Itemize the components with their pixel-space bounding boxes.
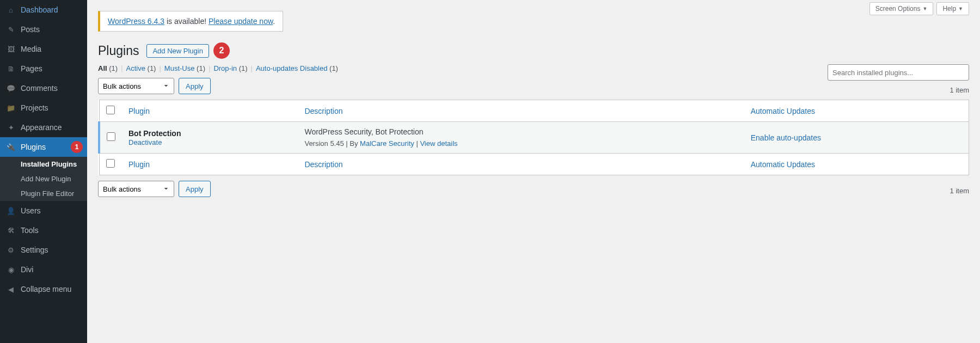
top-tabs: Screen Options▼ Help▼ <box>869 2 969 15</box>
view-details-link[interactable]: View details <box>420 139 457 148</box>
pages-icon: 🗎 <box>5 63 16 74</box>
sidebar-item-dashboard[interactable]: ⌂Dashboard <box>0 0 87 20</box>
plugins-table: Plugin Description Automatic Updates Bot… <box>98 100 969 175</box>
sidebar-item-appearance[interactable]: ✦Appearance <box>0 118 87 137</box>
sidebar-item-tools[interactable]: 🛠Tools <box>0 220 87 240</box>
sidebar-label: Pages <box>21 64 42 73</box>
settings-icon: ⚙ <box>5 244 16 255</box>
divi-icon: ◉ <box>5 264 16 275</box>
media-icon: 🖾 <box>5 44 16 54</box>
filter-must-use[interactable]: Must-Use <box>164 64 195 72</box>
col-plugin[interactable]: Plugin <box>122 100 298 122</box>
col-auto-updates-foot[interactable]: Automatic Updates <box>744 154 969 175</box>
appearance-icon: ✦ <box>5 122 16 133</box>
sidebar-label: Projects <box>21 103 48 112</box>
sidebar-label: Plugins <box>21 143 46 151</box>
filter-auto-updates-disabled[interactable]: Auto-updates Disabled <box>256 64 328 72</box>
sidebar-label: Posts <box>21 25 40 34</box>
collapse-icon: ◀ <box>5 284 16 295</box>
main-content: Screen Options▼ Help▼ WordPress 6.4.3 is… <box>87 0 980 343</box>
sidebar-item-settings[interactable]: ⚙Settings <box>0 240 87 260</box>
plugin-author-link[interactable]: MalCare Security <box>360 139 414 148</box>
sidebar-label: Dashboard <box>21 5 58 14</box>
col-auto-updates[interactable]: Automatic Updates <box>744 100 969 122</box>
tools-icon: 🛠 <box>5 225 16 236</box>
users-icon: 👤 <box>5 205 16 216</box>
update-notice: WordPress 6.4.3 is available! Please upd… <box>98 11 283 32</box>
sidebar-label: Settings <box>21 246 48 254</box>
posts-icon: ✎ <box>5 24 16 35</box>
plugins-submenu: Installed Plugins Add New Plugin Plugin … <box>0 157 87 201</box>
sidebar-label: Divi <box>21 265 33 274</box>
sidebar-label: Collapse menu <box>21 285 71 293</box>
enable-auto-updates-link[interactable]: Enable auto-updates <box>751 133 821 142</box>
col-description: Description <box>298 100 744 122</box>
sidebar-item-media[interactable]: 🖾Media <box>0 39 87 59</box>
filter-links: All (1)| Active (1)| Must-Use (1)| Drop-… <box>98 64 338 72</box>
update-now-link[interactable]: Please update now <box>209 17 273 26</box>
comments-icon: 💬 <box>5 83 16 94</box>
update-badge: 1 <box>71 141 83 153</box>
select-all-top[interactable] <box>106 106 115 114</box>
plugin-name: Bot Protection <box>128 129 291 138</box>
sidebar-item-posts[interactable]: ✎Posts <box>0 20 87 39</box>
caret-down-icon: ▼ <box>958 6 963 11</box>
select-all-bottom[interactable] <box>106 159 115 168</box>
search-plugins-input[interactable] <box>828 64 969 81</box>
select-plugin-checkbox[interactable] <box>107 132 115 141</box>
dashboard-icon: ⌂ <box>5 4 16 15</box>
add-new-plugin-button[interactable]: Add New Plugin <box>146 44 209 58</box>
apply-button-bottom[interactable]: Apply <box>179 181 211 197</box>
filter-active[interactable]: Active <box>126 64 145 72</box>
caret-down-icon: ▼ <box>922 6 927 11</box>
annotation-marker-2: 2 <box>213 42 230 59</box>
sidebar-item-comments[interactable]: 💬Comments <box>0 78 87 98</box>
screen-options-tab[interactable]: Screen Options▼ <box>869 2 934 15</box>
plugin-description: WordPress Security, Bot Protection <box>304 127 737 136</box>
sidebar-label: Media <box>21 45 41 53</box>
submenu-installed-plugins[interactable]: Installed Plugins <box>0 157 87 171</box>
help-tab[interactable]: Help▼ <box>936 2 969 15</box>
sidebar-item-collapse[interactable]: ◀Collapse menu <box>0 279 87 299</box>
sidebar-item-pages[interactable]: 🗎Pages <box>0 59 87 78</box>
sidebar-item-users[interactable]: 👤Users <box>0 201 87 220</box>
sidebar-item-projects[interactable]: 📁Projects <box>0 98 87 118</box>
admin-sidebar: ⌂Dashboard ✎Posts 🖾Media 🗎Pages 💬Comment… <box>0 0 87 343</box>
plugins-icon: 🔌 <box>5 142 16 152</box>
submenu-plugin-file-editor[interactable]: Plugin File Editor <box>0 186 87 201</box>
sidebar-label: Comments <box>21 84 58 93</box>
sidebar-label: Users <box>21 206 41 215</box>
sidebar-item-plugins[interactable]: 🔌Plugins1 <box>0 137 87 157</box>
apply-button-top[interactable]: Apply <box>179 78 211 94</box>
sidebar-item-divi[interactable]: ◉Divi <box>0 260 87 279</box>
bulk-actions-select-bottom[interactable]: Bulk actions <box>98 181 174 197</box>
bulk-actions-select-top[interactable]: Bulk actions <box>98 78 174 94</box>
sidebar-label: Tools <box>21 226 39 235</box>
submenu-add-new-plugin[interactable]: Add New Plugin <box>0 171 87 186</box>
col-plugin-foot[interactable]: Plugin <box>122 154 298 175</box>
item-count-bottom: 1 item <box>950 187 969 195</box>
projects-icon: 📁 <box>5 102 16 113</box>
deactivate-link[interactable]: Deactivate <box>128 138 162 146</box>
item-count-top: 1 item <box>950 86 969 94</box>
page-title: Plugins <box>98 44 139 58</box>
sidebar-label: Appearance <box>21 123 62 132</box>
col-description-foot: Description <box>298 154 744 175</box>
wordpress-version-link[interactable]: WordPress 6.4.3 <box>108 17 164 26</box>
plugin-meta: Version 5.45 | By MalCare Security | Vie… <box>304 139 737 148</box>
plugin-row: Bot Protection Deactivate WordPress Secu… <box>99 122 969 154</box>
filter-all[interactable]: All <box>98 64 107 72</box>
filter-drop-in[interactable]: Drop-in <box>213 64 237 72</box>
